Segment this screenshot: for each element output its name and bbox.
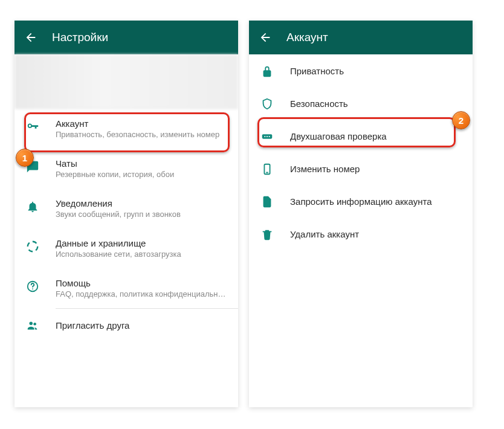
content: Аккаунт Приватность, безопасность, измен… [15,54,238,341]
svg-point-7 [267,136,268,137]
item-label: Безопасность [290,98,462,109]
page-title: Аккаунт [286,31,328,44]
svg-point-6 [264,136,265,137]
document-icon [260,195,274,209]
account-item-security[interactable]: Безопасность [249,87,473,120]
svg-point-4 [33,323,36,326]
svg-point-0 [28,242,38,252]
shield-icon [260,97,274,111]
account-item-privacy[interactable]: Приватность [249,54,473,87]
item-label: Изменить номер [290,164,462,174]
help-icon [25,279,40,294]
item-sublabel: FAQ, поддержка, политика конфиденциально… [56,289,227,298]
item-label: Пригласить друга [56,320,227,331]
back-arrow-icon[interactable] [24,31,37,44]
account-item-change-number[interactable]: Изменить номер [249,152,473,185]
account-item-request-info[interactable]: Запросить информацию аккаунта [249,185,473,218]
account-item-delete[interactable]: Удалить аккаунт [249,218,473,250]
item-label: Двухшаговая проверка [290,131,462,141]
svg-point-3 [30,322,33,326]
data-icon [25,239,40,254]
item-label: Аккаунт [56,118,227,129]
content: Приватность Безопасность Двухшаговая про… [249,54,473,250]
svg-point-8 [269,136,270,137]
settings-item-chats[interactable]: Чаты Резервные копии, история, обои [15,149,238,189]
item-label: Данные и хранилище [56,238,227,248]
settings-item-notifications[interactable]: Уведомления Звуки сообщений, групп и зво… [15,189,238,228]
page-title: Настройки [52,31,108,44]
trash-icon [260,227,274,242]
settings-item-help[interactable]: Помощь FAQ, поддержка, политика конфиден… [15,268,238,308]
item-sublabel: Использование сети, автозагрузка [56,250,227,259]
settings-item-data[interactable]: Данные и хранилище Использование сети, а… [15,228,238,268]
step-badge-1: 1 [16,149,34,167]
profile-section[interactable] [15,54,238,109]
item-label: Уведомления [56,198,227,208]
step-badge-2: 2 [452,111,470,129]
item-label: Помощь [56,278,227,288]
settings-item-account[interactable]: Аккаунт Приватность, безопасность, измен… [15,109,238,149]
back-arrow-icon[interactable] [259,31,272,44]
item-sublabel: Звуки сообщений, групп и звонков [56,210,227,219]
item-label: Запросить информацию аккаунта [290,196,462,207]
svg-point-2 [32,288,33,289]
key-icon [25,120,40,134]
dots-icon [260,129,274,144]
people-icon [25,318,40,333]
lock-icon [260,64,274,79]
item-sublabel: Резервные копии, история, обои [56,170,227,179]
account-screen: Аккаунт Приватность Безопасность Двухшаг… [249,21,473,407]
item-label: Чаты [56,158,227,169]
item-label: Приватность [290,66,462,76]
settings-screen: Настройки Аккаунт Приватность, безопасно… [15,21,238,407]
header: Настройки [15,21,238,54]
item-label: Удалить аккаунт [290,229,462,239]
item-sublabel: Приватность, безопасность, изменить номе… [56,130,227,139]
settings-item-invite[interactable]: Пригласить друга [15,309,238,341]
bell-icon [25,199,40,214]
phone-icon [260,162,274,176]
header: Аккаунт [249,21,473,54]
account-item-two-step[interactable]: Двухшаговая проверка [249,120,473,152]
